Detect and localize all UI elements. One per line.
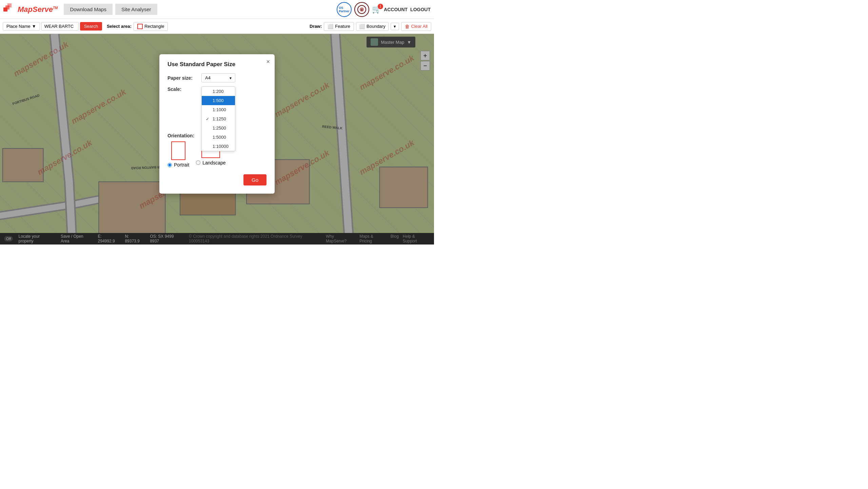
- logo-tm: TM: [53, 6, 58, 9]
- place-name-btn[interactable]: Place Name ▼: [3, 22, 40, 31]
- portrait-icon: [171, 141, 185, 160]
- paper-size-value: A4: [205, 75, 211, 80]
- feature-label: Feature: [335, 24, 350, 29]
- scale-option-500[interactable]: 1:500: [202, 96, 235, 105]
- trash-icon: 🗑: [405, 24, 410, 29]
- go-button[interactable]: Go: [243, 174, 267, 185]
- feature-icon: ⬜: [328, 24, 333, 29]
- portrait-option[interactable]: Portrait: [167, 141, 189, 168]
- place-name-label: Place Name: [6, 24, 31, 29]
- rectangle-icon: [137, 24, 143, 29]
- portrait-radio[interactable]: [167, 163, 172, 167]
- feature-button[interactable]: ⬜ Feature: [324, 22, 354, 31]
- logo-icon: [3, 3, 16, 16]
- boundary-dropdown-arrow[interactable]: ▼: [391, 23, 399, 30]
- landscape-radio-row: Landscape: [196, 160, 226, 165]
- paper-size-label: Paper size:: [167, 75, 198, 81]
- landscape-radio[interactable]: [196, 160, 200, 165]
- portrait-label: Portrait: [174, 162, 189, 168]
- boundary-icon: ⬜: [359, 24, 365, 29]
- scale-value-1250: 1:1250: [213, 116, 226, 121]
- modal-paper-size: Use Standard Paper Size × Paper size: A4…: [159, 54, 275, 194]
- partner-badge: OSPartner: [337, 2, 352, 17]
- scale-value-200: 1:200: [213, 89, 224, 94]
- logout-button[interactable]: LOGOUT: [410, 7, 431, 12]
- place-name-group: Place Name ▼ Search: [3, 22, 102, 31]
- select-area-label: Select area:: [107, 24, 132, 29]
- search-input[interactable]: [41, 22, 79, 31]
- modal-close-button[interactable]: ×: [266, 58, 270, 65]
- scale-label: Scale:: [167, 86, 198, 92]
- draw-label: Draw:: [310, 24, 322, 29]
- place-name-chevron: ▼: [32, 24, 36, 29]
- scale-value-1000: 1:1000: [213, 107, 226, 112]
- scale-dropdown-list: 1:200 1:500 1:1000 ✓ 1:1250: [201, 86, 235, 151]
- scale-value-10000: 1:10000: [213, 144, 229, 149]
- boundary-button[interactable]: ⬜ Boundary: [356, 22, 389, 31]
- orientation-label: Orientation:: [167, 133, 194, 138]
- clear-all-button[interactable]: 🗑 Clear All: [401, 22, 431, 31]
- scale-row: Scale: 1:200 1:500 1:1000: [167, 86, 267, 92]
- rectangle-label: Rectangle: [144, 24, 164, 29]
- cart-badge: 1: [378, 4, 383, 9]
- org-badge: ⊕: [354, 2, 369, 17]
- scale-option-10000[interactable]: 1:10000: [202, 142, 235, 151]
- boundary-label: Boundary: [367, 24, 386, 29]
- svg-rect-2: [7, 3, 12, 7]
- scale-value-2500: 1:2500: [213, 125, 226, 131]
- paper-size-arrow: ▼: [229, 76, 232, 80]
- portrait-radio-row: Portrait: [167, 162, 189, 168]
- search-button[interactable]: Search: [80, 22, 102, 31]
- scale-option-2500[interactable]: 1:2500: [202, 123, 235, 133]
- scale-option-1250[interactable]: ✓ 1:1250: [202, 114, 235, 123]
- paper-size-row: Paper size: A4 ▼: [167, 73, 267, 82]
- scale-option-200[interactable]: 1:200: [202, 87, 235, 96]
- logo-text: MapServeTM: [18, 5, 58, 14]
- account-button[interactable]: ACCOUNT: [384, 7, 408, 12]
- header: MapServeTM Download Maps Site Analyser O…: [0, 0, 434, 19]
- scale-option-5000[interactable]: 1:5000: [202, 133, 235, 142]
- download-maps-nav-btn[interactable]: Download Maps: [64, 4, 113, 15]
- scale-check-1250: ✓: [206, 117, 211, 121]
- toolbar: Place Name ▼ Search Select area: Rectang…: [0, 19, 434, 34]
- map[interactable]: mapserve.co.uk mapserve.co.uk mapserve.c…: [0, 34, 434, 244]
- modal-title: Use Standard Paper Size: [167, 61, 267, 68]
- paper-size-select-btn[interactable]: A4 ▼: [201, 73, 235, 82]
- clear-all-label: Clear All: [411, 24, 428, 29]
- site-analyser-nav-btn[interactable]: Site Analyser: [115, 4, 157, 15]
- modal-overlay: Use Standard Paper Size × Paper size: A4…: [0, 34, 434, 244]
- scale-value-500: 1:500: [213, 98, 224, 103]
- rectangle-button[interactable]: Rectangle: [134, 22, 168, 31]
- scale-value-5000: 1:5000: [213, 135, 226, 140]
- logo: MapServeTM: [3, 3, 58, 16]
- landscape-label: Landscape: [202, 160, 226, 165]
- scale-option-1000[interactable]: 1:1000: [202, 105, 235, 114]
- svg-text:⊕: ⊕: [361, 9, 363, 11]
- cart-button[interactable]: 🛒 1: [372, 5, 381, 14]
